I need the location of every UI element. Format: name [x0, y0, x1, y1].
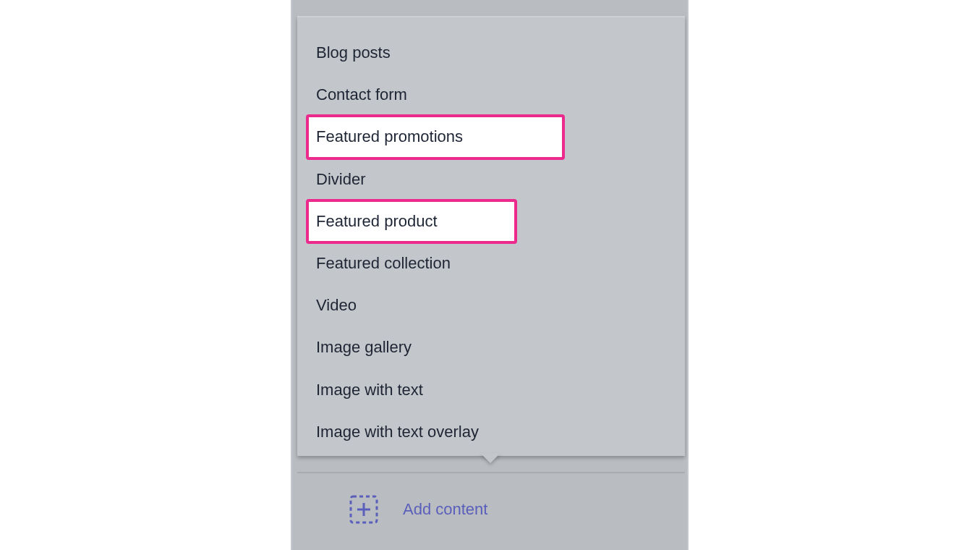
- menu-item-label: Divider: [316, 170, 365, 188]
- menu-item-divider[interactable]: Divider: [297, 158, 685, 200]
- add-content-icon: [349, 495, 378, 524]
- menu-item-label: Image with text overlay: [316, 423, 479, 441]
- menu-item-label: Featured collection: [316, 254, 451, 272]
- menu-item-label: Featured promotions: [316, 127, 463, 145]
- menu-item-label: Image with text: [316, 381, 423, 399]
- menu-item-featured-collection[interactable]: Featured collection: [297, 242, 685, 284]
- content-type-list: Blog posts Contact form Featured promoti…: [297, 17, 685, 456]
- content-type-dropdown: Blog posts Contact form Featured promoti…: [297, 16, 685, 456]
- popover-tail-icon: [480, 453, 500, 463]
- menu-item-featured-promotions[interactable]: Featured promotions: [307, 116, 563, 158]
- add-content-label: Add content: [403, 500, 487, 519]
- menu-item-label: Featured product: [316, 212, 438, 230]
- menu-item-image-gallery[interactable]: Image gallery: [297, 326, 685, 368]
- menu-item-image-with-text-overlay[interactable]: Image with text overlay: [297, 411, 685, 453]
- menu-item-label: Image gallery: [316, 338, 412, 356]
- menu-item-blog-posts[interactable]: Blog posts: [297, 32, 685, 74]
- menu-item-video[interactable]: Video: [297, 284, 685, 326]
- menu-item-label: Blog posts: [316, 43, 391, 62]
- menu-item-label: Video: [316, 296, 357, 314]
- add-content-button[interactable]: Add content: [297, 472, 685, 546]
- menu-item-featured-product[interactable]: Featured product: [307, 200, 516, 242]
- menu-item-image-with-text[interactable]: Image with text: [297, 369, 685, 411]
- section-panel: Blog posts Contact form Featured promoti…: [291, 0, 689, 550]
- menu-item-label: Contact form: [316, 85, 407, 103]
- menu-item-contact-form[interactable]: Contact form: [297, 74, 685, 116]
